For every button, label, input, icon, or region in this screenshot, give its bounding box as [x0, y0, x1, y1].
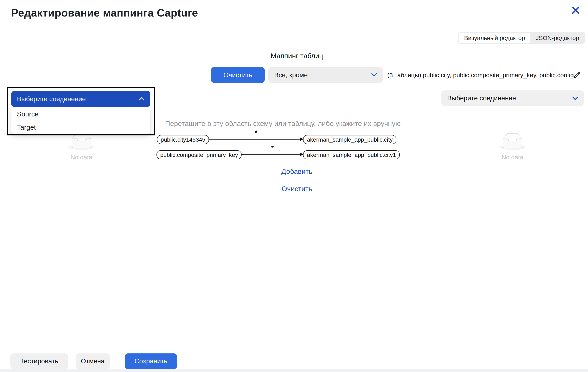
mapping-source-pill[interactable]: public.city145345	[157, 135, 209, 144]
chevron-down-icon	[371, 73, 377, 77]
add-mapping-link[interactable]: Добавить	[256, 168, 338, 176]
source-connection-select[interactable]: Выберите соединение	[11, 91, 150, 107]
option-source[interactable]: Source	[11, 107, 150, 121]
tab-visual-editor[interactable]: Визуальный редактор	[459, 33, 530, 43]
cardinality-label: *	[209, 129, 303, 137]
clear-mapping-button[interactable]: Очистить	[211, 67, 265, 83]
mapping-arrow: *	[209, 135, 303, 144]
cardinality-label: *	[242, 145, 303, 152]
arrowhead-icon	[300, 153, 304, 156]
table-mapping-heading: Маппинг таблиц	[214, 52, 379, 60]
no-data-label: No data	[57, 154, 106, 161]
mapping-source-pill[interactable]: public.composite_primary_key	[157, 150, 242, 159]
editor-mode-tabs: Визуальный редактор JSON-редактор	[458, 32, 585, 44]
source-empty-state: No data	[57, 133, 106, 161]
right-panel-divider	[441, 175, 584, 175]
mapping-target-pill[interactable]: akerman_sample_app_public.city	[303, 135, 396, 144]
clear-mappings-link[interactable]: Очистить	[256, 185, 338, 193]
chevron-up-icon	[139, 97, 145, 101]
edit-mapping-modal: Редактирование маппинга Capture Визуальн…	[0, 0, 588, 372]
close-icon[interactable]	[570, 5, 581, 16]
target-connection-placeholder: Выберите соединение	[447, 94, 516, 102]
edit-tables-pencil-icon[interactable]	[573, 71, 581, 79]
empty-inbox-icon	[499, 133, 526, 150]
mapping-mode-select[interactable]: Все, кроме	[268, 67, 383, 83]
source-connection-dropdown: Выберите соединение Source Target	[7, 87, 155, 135]
excluded-tables-summary: (3 таблицы) public.city, public.composit…	[387, 67, 574, 83]
page-title: Редактирование маппинга Capture	[11, 7, 198, 19]
dropzone-hint: Перетащите в эту область схему или табли…	[149, 120, 417, 128]
empty-inbox-icon	[68, 133, 94, 150]
chevron-down-icon	[572, 96, 578, 100]
mapping-target-pill[interactable]: akerman_sample_app_public.city1	[303, 150, 400, 159]
left-panel-divider	[9, 175, 154, 175]
source-connection-options: Source Target	[11, 107, 150, 134]
mapping-row: public.city145345 * akerman_sample_app_p…	[157, 135, 396, 144]
test-button[interactable]: Тестировать	[10, 353, 68, 369]
mapping-mode-value: Все, кроме	[274, 71, 308, 79]
option-target[interactable]: Target	[11, 121, 150, 134]
mapping-row: public.composite_primary_key * akerman_s…	[157, 150, 400, 159]
save-button[interactable]: Сохранить	[125, 353, 177, 369]
source-connection-placeholder: Выберите соединение	[17, 95, 86, 103]
tab-json-editor[interactable]: JSON-редактор	[530, 33, 585, 43]
cancel-button[interactable]: Отмена	[75, 353, 110, 369]
mapping-arrow: *	[242, 150, 303, 159]
target-empty-state: No data	[488, 133, 537, 161]
no-data-label: No data	[488, 154, 537, 161]
modal-bottom-edge	[0, 369, 588, 372]
target-connection-select[interactable]: Выберите соединение	[441, 90, 584, 106]
arrowhead-icon	[300, 137, 304, 141]
